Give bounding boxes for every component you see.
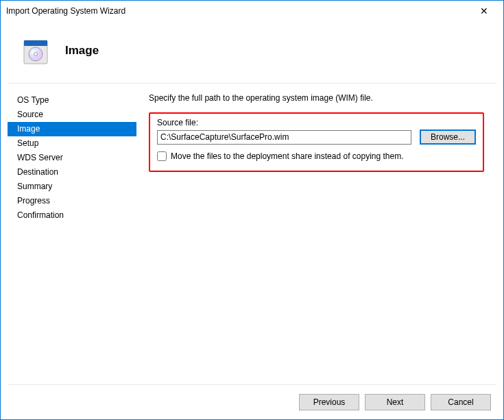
step-destination[interactable]: Destination bbox=[8, 165, 136, 180]
step-progress[interactable]: Progress bbox=[8, 194, 136, 208]
wizard-body: OS Type Source Image Setup WDS Server De… bbox=[8, 83, 496, 385]
titlebar: Import Operating System Wizard ✕ bbox=[1, 1, 503, 21]
step-setup[interactable]: Setup bbox=[8, 136, 136, 151]
next-button[interactable]: Next bbox=[365, 394, 425, 410]
wizard-header: Image bbox=[1, 21, 503, 83]
svg-point-3 bbox=[34, 53, 38, 56]
source-file-row: Browse... bbox=[157, 129, 476, 145]
instruction-text: Specify the full path to the operating s… bbox=[149, 93, 484, 103]
wizard-window: Import Operating System Wizard ✕ Image bbox=[0, 0, 504, 420]
step-wds-server[interactable]: WDS Server bbox=[8, 151, 136, 165]
cancel-button[interactable]: Cancel bbox=[431, 394, 491, 410]
step-source[interactable]: Source bbox=[8, 108, 136, 122]
close-icon[interactable]: ✕ bbox=[470, 1, 498, 21]
move-files-label: Move the files to the deployment share i… bbox=[171, 151, 404, 161]
source-file-group: Source file: Browse... Move the files to… bbox=[149, 112, 484, 172]
browse-button[interactable]: Browse... bbox=[420, 129, 476, 145]
step-summary[interactable]: Summary bbox=[8, 180, 136, 194]
window-title: Import Operating System Wizard bbox=[6, 6, 470, 16]
step-confirmation[interactable]: Confirmation bbox=[8, 208, 136, 223]
source-file-label: Source file: bbox=[157, 118, 476, 127]
step-sidebar: OS Type Source Image Setup WDS Server De… bbox=[8, 84, 136, 384]
disc-box-icon bbox=[21, 35, 53, 66]
move-files-row[interactable]: Move the files to the deployment share i… bbox=[157, 151, 476, 161]
move-files-checkbox[interactable] bbox=[157, 151, 167, 161]
page-title: Image bbox=[65, 44, 99, 58]
wizard-footer: Previous Next Cancel bbox=[1, 385, 503, 419]
wizard-content: Specify the full path to the operating s… bbox=[136, 84, 496, 384]
step-image[interactable]: Image bbox=[8, 122, 136, 136]
step-os-type[interactable]: OS Type bbox=[8, 93, 136, 108]
previous-button[interactable]: Previous bbox=[299, 394, 359, 410]
svg-rect-1 bbox=[24, 40, 47, 46]
source-file-input[interactable] bbox=[157, 130, 411, 145]
